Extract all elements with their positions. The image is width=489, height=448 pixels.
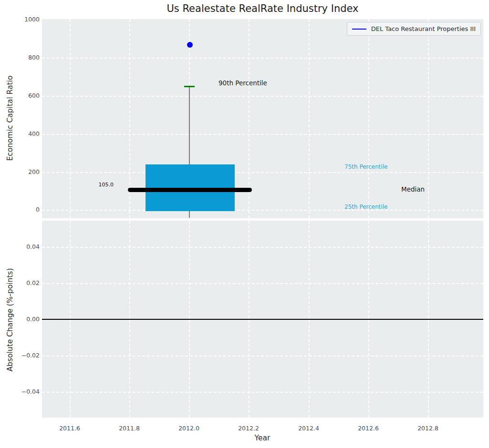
xtick-label: 2012.2 <box>234 425 263 432</box>
ytick-label: 200 <box>4 168 40 176</box>
xtick-label: 2012.8 <box>414 425 442 432</box>
boxplot-median-line <box>128 188 252 192</box>
ytick-label: 0 <box>4 206 40 214</box>
chart-title: Us Realestate RealRate Industry Index <box>42 3 483 14</box>
figure: Us Realestate RealRate Industry Index 10… <box>0 0 489 448</box>
annotation-median: Median <box>401 185 425 193</box>
xtick-label: 2011.6 <box>55 425 84 432</box>
gridline <box>309 19 310 218</box>
zero-baseline <box>42 319 483 320</box>
outlier-point <box>187 42 193 48</box>
gridline <box>42 283 483 284</box>
median-value-label: 105.0 <box>90 182 114 188</box>
ytick-label: −0.04 <box>4 388 40 396</box>
legend-label: DEL Taco Restaurant Properties III <box>371 25 476 32</box>
top-plot-area: 105.0 90th Percentile 75th Percentile Me… <box>42 19 483 218</box>
gridline <box>42 392 483 393</box>
gridline <box>42 58 483 59</box>
gridline <box>42 356 483 356</box>
bottom-y-axis-label: Absolute Change (%-points) <box>6 268 14 372</box>
xtick-label: 2012.0 <box>175 425 203 432</box>
gridline <box>42 210 483 211</box>
gridline <box>42 96 483 97</box>
legend: DEL Taco Restaurant Properties III <box>347 22 481 36</box>
ytick-label: 0.04 <box>4 243 40 251</box>
xtick-label: 2011.8 <box>115 425 144 432</box>
annotation-90th-percentile: 90th Percentile <box>218 79 267 87</box>
boxplot-90th-percentile-cap <box>184 86 195 87</box>
annotation-75th-percentile: 75th Percentile <box>344 163 388 170</box>
top-y-axis-label: Economic Capital Ratio <box>6 75 14 161</box>
gridline <box>42 247 483 248</box>
bottom-plot-area <box>42 221 483 417</box>
gridline <box>42 134 483 135</box>
xtick-label: 2012.4 <box>294 425 323 432</box>
xtick-label: 2012.6 <box>354 425 383 432</box>
ytick-label: 1000 <box>4 16 40 23</box>
annotation-25th-percentile: 25th Percentile <box>344 204 388 210</box>
gridline <box>70 19 71 218</box>
ytick-label: 800 <box>4 54 40 61</box>
legend-line-swatch <box>352 29 366 30</box>
x-axis-label: Year <box>255 434 271 442</box>
gridline <box>368 19 369 218</box>
gridline <box>42 172 483 173</box>
gridline <box>428 19 429 218</box>
